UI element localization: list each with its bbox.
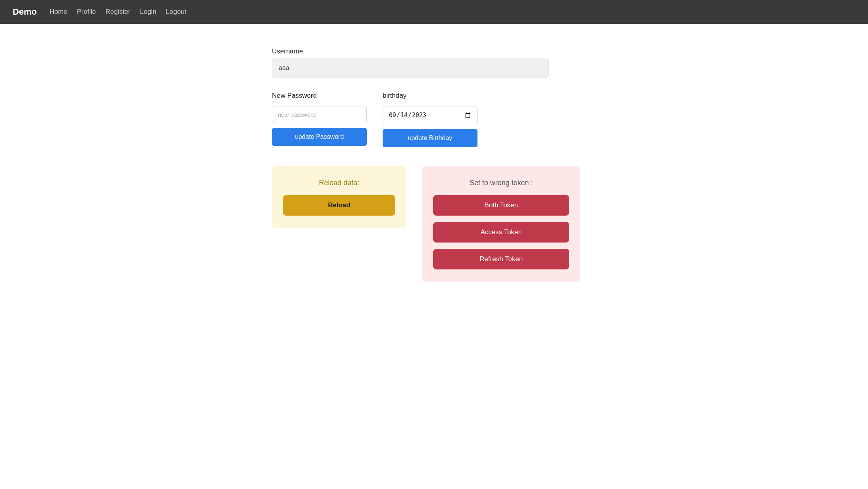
panels-row: Reload data: Reload Set to wrong token :… [272,166,596,282]
nav-link-logout[interactable]: Logout [166,8,187,16]
reload-panel: Reload data: Reload [272,166,406,228]
reload-button[interactable]: Reload [283,195,395,216]
password-birthday-row: New Password update Password birthday up… [272,92,596,147]
reload-panel-title: Reload data: [319,179,359,187]
username-section: Username [272,47,596,78]
token-panel: Set to wrong token : Both Token Access T… [422,166,580,282]
update-birthday-button[interactable]: update Birthday [383,129,477,147]
username-label: Username [272,47,596,55]
nav-link-register[interactable]: Register [106,8,130,16]
password-input[interactable] [272,106,367,123]
password-label: New Password [272,92,367,100]
update-password-button[interactable]: update Password [272,128,367,146]
birthday-input[interactable] [383,106,477,124]
nav-link-home[interactable]: Home [49,8,67,16]
password-group: New Password update Password [272,92,367,147]
both-token-button[interactable]: Both Token [433,195,569,216]
token-panel-title: Set to wrong token : [470,179,533,187]
access-token-button[interactable]: Access Token [433,222,569,243]
navbar: Demo Home Profile Register Login Logout [0,0,868,24]
birthday-group: birthday update Birthday [383,92,477,147]
nav-link-profile[interactable]: Profile [77,8,96,16]
username-input[interactable] [272,59,549,78]
nav-brand: Demo [13,7,37,17]
refresh-token-button[interactable]: Refresh Token [433,249,569,269]
main-content: Username New Password update Password bi… [256,24,612,298]
birthday-label: birthday [383,92,477,100]
nav-link-login[interactable]: Login [140,8,157,16]
